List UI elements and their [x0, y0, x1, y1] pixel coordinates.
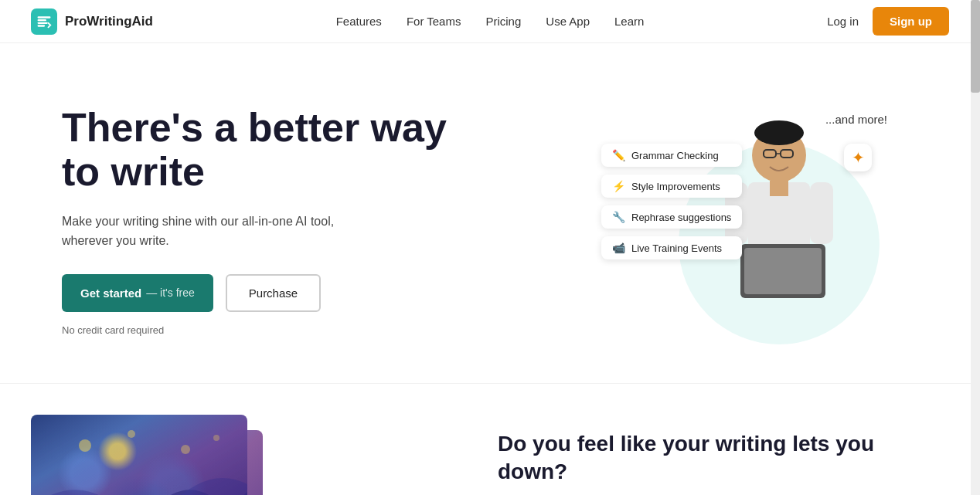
- svg-point-12: [128, 430, 135, 438]
- nav-link-teams[interactable]: For Teams: [407, 15, 461, 28]
- painting-stack: My idea in my head: [31, 415, 294, 495]
- nav-item-teams[interactable]: For Teams: [407, 15, 461, 29]
- nav-link-features[interactable]: Features: [336, 15, 382, 28]
- hero-left: There's a better way to write Make your …: [62, 106, 464, 336]
- feature-chips: ✏️ Grammar Checking ⚡ Style Improvements…: [601, 144, 742, 259]
- nav-links: Features For Teams Pricing Use App Learn: [336, 15, 645, 29]
- plus-icon: ✦: [852, 148, 865, 167]
- navbar: ProWritingAid Features For Teams Pricing…: [0, 0, 980, 43]
- chip-label-training: Live Training Events: [631, 242, 722, 254]
- hero-subtitle: Make your writing shine with our all-in-…: [62, 212, 386, 251]
- chip-label-rephrase: Rephrase suggestions: [631, 212, 731, 223]
- chip-icon-style: ⚡: [612, 180, 625, 192]
- login-link[interactable]: Log in: [827, 15, 859, 28]
- plus-badge: ✦: [844, 144, 872, 171]
- nav-item-pricing[interactable]: Pricing: [485, 15, 521, 29]
- nav-right: Log in Sign up: [827, 7, 949, 36]
- purchase-button[interactable]: Purchase: [226, 274, 321, 312]
- svg-point-4: [754, 120, 804, 145]
- get-started-label: Get started: [80, 286, 141, 300]
- hero-illustration: ...and more! ✦ ✏️ Grammar Checking ⚡ Sty…: [601, 97, 895, 344]
- second-left: My idea in my head: [31, 415, 451, 495]
- svg-point-11: [79, 439, 91, 452]
- painting-front: [31, 415, 247, 495]
- hero-section: There's a better way to write Make your …: [0, 43, 980, 383]
- nav-item-features[interactable]: Features: [336, 15, 382, 29]
- chip-icon-grammar: ✏️: [612, 149, 625, 161]
- chip-label-grammar: Grammar Checking: [631, 150, 719, 161]
- chip-style: ⚡ Style Improvements: [601, 175, 742, 198]
- hero-right: ...and more! ✦ ✏️ Grammar Checking ⚡ Sty…: [547, 90, 949, 352]
- chip-rephrase: 🔧 Rephrase suggestions: [601, 205, 742, 229]
- scrollbar[interactable]: [971, 0, 980, 495]
- svg-point-13: [181, 445, 190, 454]
- scrollbar-thumb[interactable]: [971, 0, 980, 93]
- more-label: ...and more!: [825, 113, 887, 126]
- logo-area: ProWritingAid: [31, 8, 153, 35]
- logo-icon: [31, 8, 57, 35]
- no-credit-card-text: No credit card required: [62, 324, 464, 336]
- nav-link-pricing[interactable]: Pricing: [485, 15, 521, 28]
- brand-name: ProWritingAid: [65, 14, 153, 29]
- svg-point-14: [213, 435, 219, 441]
- free-label: — it's free: [146, 286, 195, 299]
- get-started-button[interactable]: Get started — it's free: [62, 274, 213, 312]
- nav-item-learn[interactable]: Learn: [614, 15, 644, 29]
- starry-night-overlay: [31, 415, 247, 495]
- second-section: My idea in my head Do you feel like your…: [0, 383, 980, 495]
- nav-item-use-app[interactable]: Use App: [546, 15, 590, 29]
- logo-svg: [36, 13, 53, 30]
- second-right: Do you feel like your writing lets you d…: [498, 415, 918, 495]
- nav-link-use-app[interactable]: Use App: [546, 15, 590, 28]
- signup-button[interactable]: Sign up: [873, 7, 949, 36]
- svg-rect-9: [744, 248, 822, 294]
- nav-link-learn[interactable]: Learn: [614, 15, 644, 28]
- chip-icon-training: 📹: [612, 242, 625, 254]
- chip-label-style: Style Improvements: [631, 181, 720, 192]
- chip-grammar: ✏️ Grammar Checking: [601, 144, 742, 167]
- svg-rect-10: [770, 181, 788, 196]
- second-title: Do you feel like your writing lets you d…: [498, 430, 918, 487]
- svg-rect-7: [810, 182, 833, 244]
- chip-training: 📹 Live Training Events: [601, 236, 742, 259]
- hero-title: There's a better way to write: [62, 106, 464, 194]
- chip-icon-rephrase: 🔧: [612, 211, 625, 223]
- hero-buttons: Get started — it's free Purchase: [62, 274, 464, 312]
